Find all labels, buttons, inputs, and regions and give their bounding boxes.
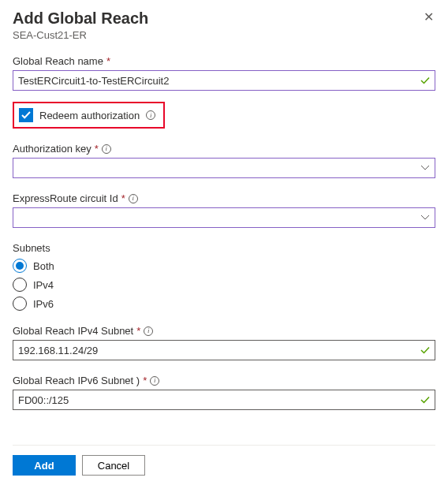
check-icon bbox=[420, 395, 430, 405]
ipv4-subnet-input[interactable]: 192.168.11.24/29 bbox=[13, 340, 435, 360]
required-indicator: * bbox=[95, 143, 99, 155]
required-indicator: * bbox=[106, 55, 110, 67]
circuit-id-label: ExpressRoute circuit Id bbox=[13, 192, 118, 204]
subnet-radio-ipv4[interactable]: IPv4 bbox=[13, 278, 435, 292]
ipv6-subnet-label: Global Reach IPv6 Subnet ) bbox=[13, 375, 140, 386]
required-indicator: * bbox=[143, 375, 147, 386]
redeem-authorization-checkbox[interactable] bbox=[19, 108, 33, 122]
redeem-authorization-label: Redeem authorization bbox=[39, 110, 140, 121]
info-icon[interactable]: i bbox=[129, 194, 138, 203]
ipv6-subnet-input[interactable]: FD00::/125 bbox=[13, 390, 435, 410]
panel-title: Add Global Reach bbox=[13, 9, 148, 28]
global-reach-name-label: Global Reach name bbox=[13, 55, 103, 67]
ipv4-subnet-label: Global Reach IPv4 Subnet bbox=[13, 325, 133, 337]
subnet-radio-ipv6[interactable]: IPv6 bbox=[13, 297, 435, 311]
info-icon[interactable]: i bbox=[144, 326, 153, 336]
chevron-down-icon bbox=[420, 163, 430, 173]
circuit-id-input[interactable] bbox=[13, 207, 435, 228]
add-button[interactable]: Add bbox=[13, 455, 76, 476]
redeem-authorization-row: Redeem authorization i bbox=[13, 102, 165, 129]
auth-key-input[interactable] bbox=[13, 158, 435, 178]
close-icon[interactable]: ✕ bbox=[422, 9, 435, 25]
chevron-down-icon bbox=[420, 213, 430, 222]
global-reach-name-value: TestERCircuit1-to-TestERCircuit2 bbox=[18, 75, 169, 87]
global-reach-name-input[interactable]: TestERCircuit1-to-TestERCircuit2 bbox=[13, 70, 435, 91]
info-icon[interactable]: i bbox=[150, 376, 159, 386]
radio-label: IPv6 bbox=[33, 298, 54, 310]
ipv6-subnet-value: FD00::/125 bbox=[18, 394, 69, 406]
subnets-label: Subnets bbox=[13, 242, 50, 254]
check-icon bbox=[420, 76, 430, 85]
radio-icon bbox=[13, 278, 27, 292]
check-icon bbox=[420, 345, 430, 355]
radio-label: Both bbox=[33, 260, 54, 272]
radio-icon bbox=[13, 259, 27, 273]
subnet-radio-both[interactable]: Both bbox=[13, 259, 435, 273]
auth-key-label: Authorization key bbox=[13, 143, 91, 155]
panel-subtitle: SEA-Cust21-ER bbox=[13, 29, 148, 41]
radio-label: IPv4 bbox=[33, 279, 54, 291]
info-icon[interactable]: i bbox=[146, 110, 155, 120]
radio-icon bbox=[13, 297, 27, 311]
required-indicator: * bbox=[121, 192, 125, 204]
subnets-radio-group: Both IPv4 IPv6 bbox=[13, 259, 435, 311]
info-icon[interactable]: i bbox=[102, 144, 111, 154]
required-indicator: * bbox=[136, 325, 140, 337]
cancel-button[interactable]: Cancel bbox=[82, 455, 145, 476]
ipv4-subnet-value: 192.168.11.24/29 bbox=[18, 345, 98, 356]
